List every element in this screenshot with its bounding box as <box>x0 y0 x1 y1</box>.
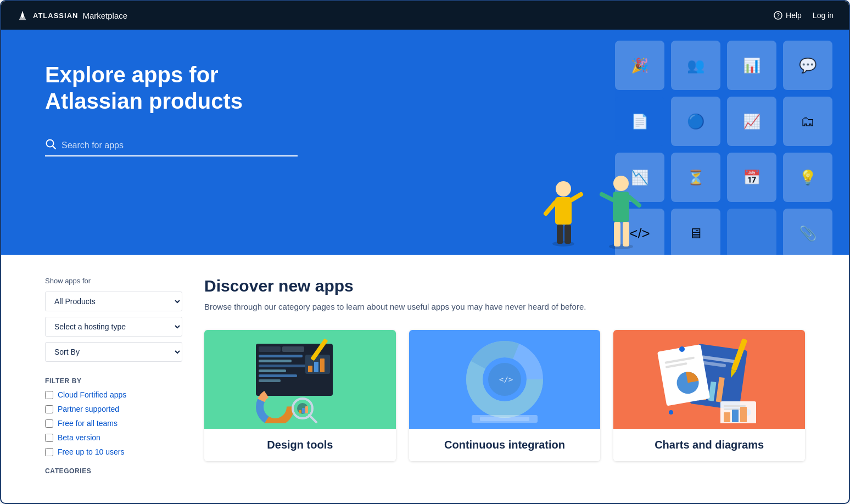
hero-section: Explore apps for Atlassian products 🎉 👥 … <box>1 30 849 255</box>
app-tile <box>727 209 776 255</box>
svg-rect-66 <box>724 412 730 422</box>
filter-beta-version: Beta version <box>45 433 182 442</box>
charts-illustration <box>649 335 770 423</box>
card-label-ci: Continuous integration <box>409 429 601 461</box>
card-design-tools[interactable]: Design tools <box>204 330 396 461</box>
svg-point-62 <box>669 410 673 415</box>
app-tile: 👥 <box>671 41 720 90</box>
navbar-left: ATLASSIAN Marketplace <box>16 9 127 21</box>
search-input[interactable] <box>61 141 270 150</box>
filter-beta-version-checkbox[interactable] <box>45 434 53 442</box>
hero-title: Explore apps for Atlassian products <box>45 61 309 114</box>
svg-line-3 <box>53 146 55 149</box>
navbar: ATLASSIAN Marketplace ? Help Log in <box>1 1 849 30</box>
filter-by-label: FILTER BY <box>45 377 182 385</box>
svg-rect-38 <box>299 410 301 413</box>
app-tile: 💬 <box>783 41 832 90</box>
svg-rect-9 <box>557 225 563 244</box>
svg-rect-24 <box>259 369 286 372</box>
app-tile: 📎 <box>783 209 832 255</box>
svg-rect-68 <box>740 407 747 422</box>
svg-point-60 <box>679 346 685 352</box>
svg-rect-39 <box>302 408 305 413</box>
svg-text:?: ? <box>776 13 780 19</box>
svg-rect-22 <box>259 360 292 362</box>
main-content: Show apps for All Products Select a host… <box>1 255 849 497</box>
cards-grid: Design tools </> <box>204 330 805 461</box>
help-label: Help <box>786 11 802 20</box>
svg-rect-40 <box>305 406 308 413</box>
filter-free-for-all-link[interactable]: Free for all teams <box>58 419 118 428</box>
atlassian-logo[interactable]: ATLASSIAN Marketplace <box>16 9 127 21</box>
filter-partner-supported: Partner supported <box>45 405 182 413</box>
show-apps-label: Show apps for <box>45 277 182 285</box>
app-tile: 📊 <box>727 41 776 90</box>
svg-rect-47 <box>480 417 529 421</box>
filter-beta-version-link[interactable]: Beta version <box>58 433 100 442</box>
svg-rect-64 <box>724 405 746 407</box>
sort-by-select[interactable]: Sort By <box>45 342 182 362</box>
svg-text:</>: </> <box>499 375 513 384</box>
svg-rect-28 <box>308 366 312 372</box>
card-continuous-integration[interactable]: </> Continuous integration <box>409 330 601 461</box>
categories-label: CATEGORIES <box>45 467 182 475</box>
app-tile: 💡 <box>783 153 832 202</box>
main-section: Discover new apps Browse through our cat… <box>204 277 805 475</box>
help-icon: ? <box>774 11 782 20</box>
discover-subtitle: Browse through our category pages to lea… <box>204 301 805 313</box>
svg-rect-29 <box>314 362 318 372</box>
svg-line-36 <box>309 415 316 422</box>
svg-rect-25 <box>259 374 297 377</box>
card-label-design-tools: Design tools <box>204 429 396 461</box>
svg-rect-23 <box>259 365 308 367</box>
svg-rect-13 <box>613 192 629 222</box>
brand-name: ATLASSIAN <box>33 12 78 20</box>
filter-free-10-users: Free up to 10 users <box>45 447 182 456</box>
card-charts-diagrams[interactable]: Charts and diagrams <box>613 330 805 461</box>
app-tile: 📈 <box>727 97 776 146</box>
svg-point-5 <box>556 181 571 197</box>
app-tile: ⏳ <box>671 153 720 202</box>
navbar-right: ? Help Log in <box>774 11 834 20</box>
app-tile: 📅 <box>727 153 776 202</box>
app-tile: 🗂 <box>783 97 832 146</box>
svg-line-8 <box>572 194 581 200</box>
filter-partner-supported-checkbox[interactable] <box>45 405 53 413</box>
svg-line-14 <box>602 194 613 200</box>
svg-rect-17 <box>623 222 629 247</box>
ci-illustration: </> <box>444 335 565 423</box>
svg-rect-20 <box>282 346 304 352</box>
svg-point-11 <box>609 244 633 249</box>
hero-illustration: 🎉 👥 📊 💬 📄 🔵 📈 🗂 📉 ⏳ 📅 💡 </> 🖥 📎 <box>437 30 849 255</box>
app-tile: 🔵 <box>671 97 720 146</box>
svg-line-15 <box>629 197 639 205</box>
svg-rect-21 <box>259 355 303 357</box>
app-tile: 🎉 <box>615 41 664 90</box>
svg-rect-30 <box>320 359 325 372</box>
design-tools-illustration <box>239 335 360 423</box>
svg-rect-6 <box>555 197 572 225</box>
filter-free-10-users-checkbox[interactable] <box>45 448 53 456</box>
filter-cloud-fortified: Cloud Fortified apps <box>45 390 182 399</box>
svg-rect-16 <box>614 222 620 247</box>
filter-cloud-fortified-checkbox[interactable] <box>45 391 53 399</box>
svg-rect-10 <box>564 225 571 244</box>
discover-title: Discover new apps <box>204 277 805 295</box>
svg-rect-26 <box>259 379 281 382</box>
marketplace-text: Marketplace <box>82 11 127 20</box>
sidebar: Show apps for All Products Select a host… <box>45 277 182 475</box>
filter-free-10-users-link[interactable]: Free up to 10 users <box>58 447 124 456</box>
card-image-charts <box>613 330 805 429</box>
svg-point-12 <box>613 176 629 191</box>
all-products-select[interactable]: All Products <box>45 292 182 311</box>
hosting-type-select[interactable]: Select a hosting type <box>45 317 182 337</box>
login-link[interactable]: Log in <box>813 11 834 20</box>
filter-cloud-fortified-link[interactable]: Cloud Fortified apps <box>58 390 126 399</box>
filter-partner-supported-link[interactable]: Partner supported <box>58 405 119 413</box>
svg-line-7 <box>546 203 555 214</box>
app-tile: 🖥 <box>671 209 720 255</box>
filter-free-for-all-checkbox[interactable] <box>45 419 53 428</box>
card-label-charts: Charts and diagrams <box>613 429 805 461</box>
svg-point-4 <box>552 241 574 247</box>
help-link[interactable]: ? Help <box>774 11 802 20</box>
